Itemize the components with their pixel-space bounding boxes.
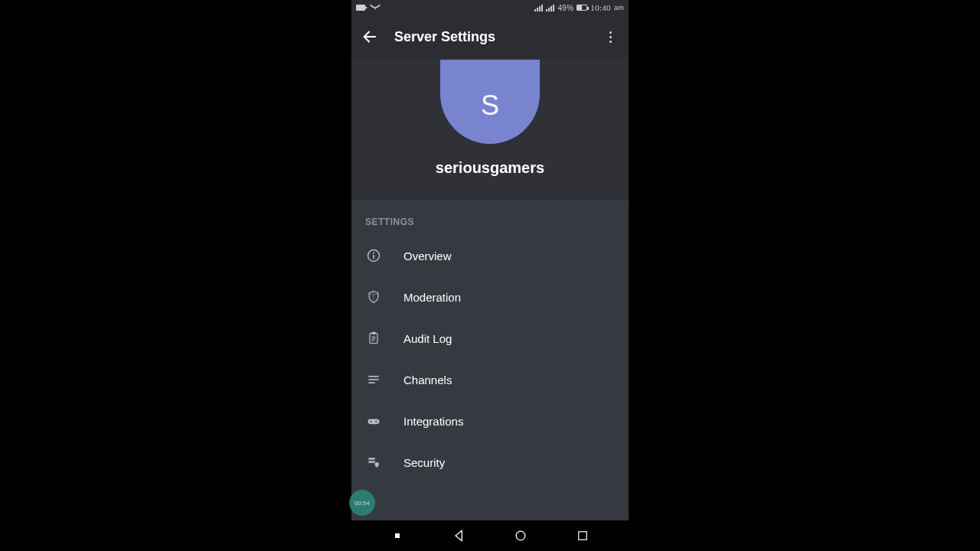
svg-rect-15 bbox=[368, 461, 374, 463]
recording-timer-text: 00:54 bbox=[354, 500, 370, 507]
nav-extra-button[interactable] bbox=[382, 520, 413, 551]
row-overview[interactable]: Overview bbox=[351, 235, 629, 276]
list-icon bbox=[365, 371, 382, 388]
status-bar: 49% 10:40 am bbox=[351, 0, 629, 15]
back-button[interactable] bbox=[361, 28, 379, 46]
section-label-settings: SETTINGS bbox=[351, 200, 629, 235]
recording-timer-overlay[interactable]: 00:54 bbox=[349, 490, 375, 516]
missed-call-icon bbox=[370, 4, 381, 11]
svg-rect-3 bbox=[370, 333, 377, 343]
row-moderation[interactable]: Moderation bbox=[351, 276, 629, 318]
row-label: Overview bbox=[403, 249, 452, 262]
server-header: S seriousgamers bbox=[351, 58, 629, 200]
svg-rect-11 bbox=[368, 419, 380, 425]
gamepad-icon bbox=[365, 412, 382, 429]
video-camera-icon bbox=[356, 5, 365, 11]
row-channels[interactable]: Channels bbox=[351, 359, 629, 400]
more-options-button[interactable] bbox=[601, 28, 619, 46]
page-title: Server Settings bbox=[394, 29, 495, 45]
row-label: Channels bbox=[403, 373, 452, 386]
battery-percent: 49% bbox=[557, 4, 573, 12]
svg-rect-2 bbox=[373, 255, 374, 259]
row-label: Moderation bbox=[403, 291, 461, 304]
nav-back-button[interactable] bbox=[444, 520, 475, 551]
signal-icon-2 bbox=[546, 4, 554, 11]
row-label: Security bbox=[403, 456, 445, 469]
info-icon bbox=[365, 247, 382, 264]
svg-point-16 bbox=[516, 531, 525, 540]
status-ampm: am bbox=[614, 4, 624, 11]
battery-icon bbox=[577, 5, 587, 11]
nav-recents-button[interactable] bbox=[567, 520, 598, 551]
row-security[interactable]: Security bbox=[351, 442, 629, 483]
security-icon bbox=[365, 454, 382, 471]
svg-point-1 bbox=[373, 253, 374, 254]
clipboard-icon bbox=[365, 330, 382, 347]
svg-rect-14 bbox=[368, 458, 374, 460]
signal-icon bbox=[534, 4, 543, 11]
server-avatar[interactable]: S bbox=[440, 60, 540, 144]
phone-frame: 49% 10:40 am Server Settings S seriousga… bbox=[351, 0, 629, 551]
svg-point-12 bbox=[371, 421, 372, 422]
app-bar: Server Settings bbox=[351, 15, 629, 58]
svg-rect-17 bbox=[578, 532, 586, 540]
row-integrations[interactable]: Integrations bbox=[351, 400, 629, 442]
row-audit-log[interactable]: Audit Log bbox=[351, 318, 629, 359]
server-name: seriousgamers bbox=[436, 159, 544, 177]
svg-rect-4 bbox=[372, 332, 376, 334]
shield-icon bbox=[365, 289, 382, 305]
status-time: 10:40 bbox=[590, 3, 611, 12]
row-label: Integrations bbox=[403, 415, 463, 428]
nav-home-button[interactable] bbox=[505, 520, 536, 551]
android-nav-bar bbox=[351, 520, 629, 551]
row-label: Audit Log bbox=[403, 332, 452, 345]
svg-point-13 bbox=[375, 421, 377, 422]
settings-list: SETTINGS Overview Moderation Audit Log C… bbox=[351, 200, 629, 520]
server-avatar-letter: S bbox=[481, 90, 499, 122]
